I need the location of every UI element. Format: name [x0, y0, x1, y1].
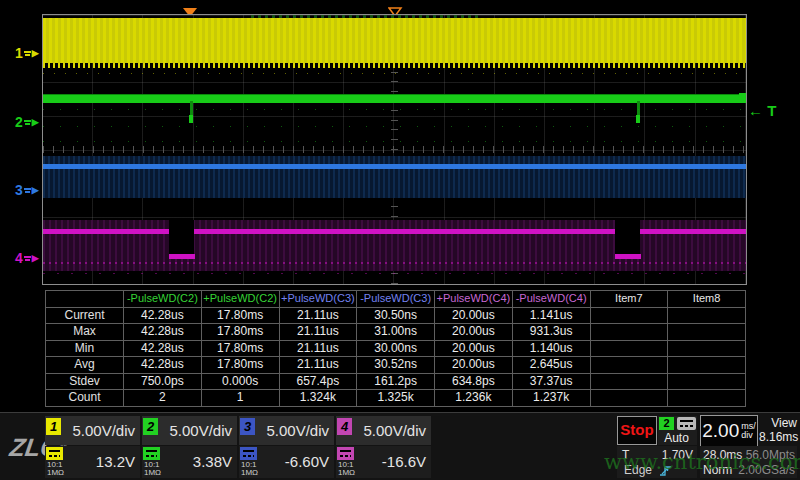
- table-value-cell: [591, 374, 668, 390]
- table-value-cell: [668, 324, 745, 340]
- table-value-cell: 31.00ns: [357, 324, 434, 340]
- channel1-offset-marker[interactable]: 1 ▶: [15, 45, 42, 61]
- table-value-cell: 1.324k: [280, 390, 357, 406]
- dc-coupling-icon: [240, 447, 257, 460]
- channel3-badge[interactable]: 3: [240, 418, 255, 435]
- channel1-offset: 13.2V: [96, 453, 135, 470]
- table-value-cell: 30.50ns: [357, 308, 434, 324]
- table-value-cell: 1.325k: [357, 390, 434, 406]
- table-value-cell: 42.28us: [124, 308, 201, 324]
- channel4-notch-low-level: [169, 254, 195, 259]
- table-value-cell: 1.140us: [513, 341, 590, 357]
- channel4-trace: [43, 229, 746, 234]
- channel2-trace: [43, 94, 746, 103]
- table-value-cell: 20.00us: [435, 357, 512, 373]
- channel2-settings[interactable]: 2 5.00V/div 3.38V 10:11MΩ: [142, 416, 237, 478]
- channel3-label: 3: [15, 182, 23, 198]
- table-value-cell: [668, 308, 745, 324]
- table-row-label: Min: [46, 341, 123, 357]
- oscilloscope-screen: 1 ▶ 2 ▶ 3 ▶ 4 ▶: [0, 0, 800, 480]
- table-header-cell[interactable]: Item7: [591, 291, 668, 307]
- channel4-badge[interactable]: 4: [337, 418, 352, 435]
- table-value-cell: 21.11us: [280, 324, 357, 340]
- table-value-cell: 161.2ps: [357, 374, 434, 390]
- trigger-level-marker[interactable]: [739, 93, 746, 101]
- table-value-cell: 1.141us: [513, 308, 590, 324]
- run-state-label: Stop: [620, 421, 653, 438]
- timebase-control[interactable]: 2.00 ms/div: [700, 415, 758, 447]
- table-row-label: Stdev: [46, 374, 123, 390]
- table-value-cell: 1.237k: [513, 390, 590, 406]
- channel2-badge[interactable]: 2: [143, 418, 158, 435]
- table-value-cell: 42.28us: [124, 357, 201, 373]
- table-value-cell: [591, 390, 668, 406]
- dc-coupling-icon: [337, 447, 354, 460]
- table-value-cell: 20.00us: [435, 308, 512, 324]
- table-row-label: Max: [46, 324, 123, 340]
- trigger-source-block[interactable]: 2 Auto: [658, 416, 697, 445]
- channel4-probe: 10:11MΩ: [338, 461, 355, 477]
- channel1-vdiv: 5.00V/div: [72, 422, 135, 439]
- table-value-cell: 1: [202, 390, 279, 406]
- channel1-trace-noise: [43, 63, 746, 68]
- table-value-cell: 42.28us: [124, 324, 201, 340]
- table-value-cell: 21.11us: [280, 308, 357, 324]
- table-value-cell: [591, 324, 668, 340]
- channel4-label: 4: [15, 250, 23, 266]
- channel1-trace-dots: [43, 73, 746, 74]
- ground-icon: [24, 255, 31, 262]
- channel4-noise-dots: [43, 273, 746, 274]
- channel1-settings[interactable]: 1 5.00V/div 13.2V 10:11MΩ: [45, 416, 140, 478]
- ground-icon: [24, 119, 31, 126]
- channel4-offset-marker[interactable]: 4 ▶: [15, 250, 42, 266]
- run-state-button[interactable]: Stop: [617, 416, 657, 445]
- sweep-mode-label: Auto: [658, 431, 695, 445]
- channel1-trace: [43, 18, 746, 63]
- table-header-cell[interactable]: -PulseWD(C4): [513, 291, 590, 307]
- table-value-cell: 17.80ms: [202, 341, 279, 357]
- channel3-settings[interactable]: 3 5.00V/div -6.60V 10:11MΩ: [239, 416, 334, 478]
- table-value-cell: 17.80ms: [202, 308, 279, 324]
- trigger-level-indicator: ← T: [748, 102, 776, 119]
- dc-coupling-icon: [143, 447, 160, 460]
- channel4-notch: [169, 220, 194, 254]
- table-corner-cell[interactable]: [46, 291, 123, 307]
- arrow-right-icon: ▶: [32, 253, 39, 263]
- channel1-probe: 10:11MΩ: [47, 461, 64, 477]
- channel1-label: 1: [15, 45, 23, 61]
- view-label: View: [759, 416, 797, 430]
- table-value-cell: 20.00us: [435, 324, 512, 340]
- measurement-table: -PulseWD(C2)+PulseWD(C2)+PulseWD(C3)-Pul…: [45, 290, 746, 407]
- channel2-offset-marker[interactable]: 2 ▶: [15, 114, 42, 130]
- table-value-cell: 42.28us: [124, 341, 201, 357]
- channel3-trace: [43, 164, 746, 169]
- channel1-badge[interactable]: 1: [46, 418, 61, 435]
- table-header-cell[interactable]: Item8: [668, 291, 745, 307]
- channel2-pulse-bottom: [636, 115, 640, 123]
- channel3-offset-marker[interactable]: 3 ▶: [15, 182, 42, 198]
- channel3-vdiv: 5.00V/div: [266, 422, 329, 439]
- dc-coupling-icon: [677, 417, 696, 430]
- table-value-cell: 931.3us: [513, 324, 590, 340]
- table-value-cell: 21.11us: [280, 357, 357, 373]
- table-header-cell[interactable]: +PulseWD(C2): [202, 291, 279, 307]
- table-header-cell[interactable]: +PulseWD(C4): [435, 291, 512, 307]
- channel2-noise-dots: [43, 109, 746, 110]
- table-value-cell: 1.236k: [435, 390, 512, 406]
- table-header-cell[interactable]: +PulseWD(C3): [280, 291, 357, 307]
- table-header-cell[interactable]: -PulseWD(C3): [357, 291, 434, 307]
- table-value-cell: [591, 357, 668, 373]
- table-value-cell: [668, 357, 745, 373]
- table-row-label: Current: [46, 308, 123, 324]
- table-value-cell: 750.0ps: [124, 374, 201, 390]
- channel2-offset: 3.38V: [193, 453, 232, 470]
- waveform-display[interactable]: [42, 14, 747, 285]
- table-header-cell[interactable]: -PulseWD(C2): [124, 291, 201, 307]
- dc-coupling-icon: [46, 447, 63, 460]
- table-row-label: Count: [46, 390, 123, 406]
- channel4-noise-floor: [43, 262, 746, 264]
- trigger-source-badge: 2: [659, 417, 674, 430]
- watermark: www.cntronics.com: [604, 450, 800, 474]
- channel4-settings[interactable]: 4 5.00V/div -16.6V 10:11MΩ: [336, 416, 431, 478]
- channel2-label: 2: [15, 114, 23, 130]
